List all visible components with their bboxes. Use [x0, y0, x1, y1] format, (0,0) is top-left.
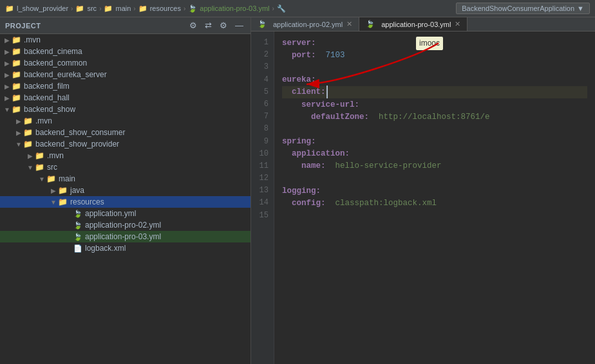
wrench-icon: 🔧 [277, 5, 286, 13]
code-token: client: [292, 86, 326, 98]
tree-item-mvn-root[interactable]: ▶ 📁 .mvn [0, 34, 250, 46]
tree-item-application-pro-02[interactable]: ▶ 🍃 application-pro-02.yml [0, 219, 250, 231]
code-token: defaultZone: [311, 111, 369, 123]
yaml-icon: 🍃 [188, 5, 197, 13]
folder-icon: 📁 [12, 70, 21, 79]
code-line-15 [282, 210, 587, 222]
breadcrumb-sep-1: › [71, 5, 73, 12]
tree-arrow: ▶ [14, 129, 23, 136]
code-token [326, 197, 335, 210]
breadcrumb-sep-4: › [184, 5, 185, 12]
breadcrumb-file-label: application-pro-03.yml [200, 5, 269, 12]
code-token: http://localhost:8761/e [379, 111, 490, 123]
settings-gear-icon[interactable]: ⚙ [187, 20, 199, 31]
run-configuration-dropdown[interactable]: BackendShowConsumerApplication ▼ [456, 3, 590, 14]
tree-item-show-mvn[interactable]: ▶ 📁 .mvn [0, 115, 250, 127]
code-token [326, 159, 335, 172]
tree-arrow-expanded: ▼ [37, 176, 46, 183]
gear-icon[interactable]: ⚙ [218, 20, 229, 31]
tree-item-backend-cinema[interactable]: ▶ 📁 backend_cinema [0, 46, 250, 57]
code-line-11: name: hello-service-provider [282, 160, 587, 172]
breadcrumb-src-label: src [87, 5, 97, 12]
tree-label: backend_show_provider [35, 140, 119, 149]
code-token [282, 86, 292, 98]
code-token: eureka: [282, 73, 316, 86]
editor-content: 1 2 3 4 5 6 7 8 9 10 11 12 13 14 15 serv… [251, 32, 595, 364]
code-line-6: service-url: [282, 98, 587, 111]
code-token: server: [282, 37, 316, 50]
tree-arrow-expanded: ▼ [26, 164, 35, 171]
tree-item-backend-show-provider[interactable]: ▼ 📁 backend_show_provider [0, 138, 250, 150]
code-token: service-url: [301, 98, 359, 111]
tree-arrow: ▶ [3, 37, 12, 44]
tree-arrow: ▶ [3, 48, 12, 55]
code-line-4: eureka: [282, 74, 587, 86]
tree-label: backend_film [24, 82, 70, 91]
cursor [326, 86, 333, 98]
code-token: hello-service-provider [335, 159, 442, 172]
scroll-icon[interactable]: ⇄ [203, 20, 214, 31]
tree-label: main [59, 174, 75, 183]
yaml-icon: 🍃 [73, 210, 82, 218]
tree-item-backend-show-consumer[interactable]: ▶ 📁 backend_show_consumer [0, 127, 250, 138]
breadcrumb-src: 📁 src [75, 5, 97, 13]
code-token [369, 111, 379, 123]
tree-item-backend-hall[interactable]: ▶ 📁 backend_hall [0, 92, 250, 104]
tree-arrow: ▶ [3, 83, 12, 90]
tree-item-java[interactable]: ▶ 📁 java [0, 185, 250, 196]
tree-label: application-pro-02.yml [85, 221, 161, 230]
tree-item-backend-film[interactable]: ▶ 📁 backend_film [0, 80, 250, 92]
tree-item-backend-show[interactable]: ▼ 📁 backend_show [0, 104, 250, 115]
tree-arrow-expanded: ▼ [49, 199, 58, 206]
tree-item-application-yml[interactable]: ▶ 🍃 application.yml [0, 208, 250, 219]
tree-item-resources[interactable]: ▼ 📁 resources [0, 196, 250, 208]
folder-icon: 📁 [58, 186, 68, 195]
tree-label: application-pro-03.yml [85, 232, 161, 241]
minimize-icon[interactable]: — [233, 20, 245, 31]
tree-arrow: ▶ [14, 118, 23, 125]
tree-item-main[interactable]: ▼ 📁 main [0, 173, 250, 185]
sidebar-title: Project [5, 22, 41, 30]
tree-item-application-pro-03[interactable]: ▶ 🍃 application-pro-03.yml [0, 231, 250, 242]
tab-close-1[interactable]: ✕ [346, 20, 352, 28]
tree-item-logback-xml[interactable]: ▶ 📄 logback.xml [0, 242, 250, 254]
breadcrumb-resources: 📁 resources [138, 5, 181, 13]
breadcrumb-root-label: l_show_provider [17, 5, 68, 12]
code-editor[interactable]: server: port: 7103 eureka: client: servi… [274, 32, 595, 364]
code-token [282, 98, 301, 111]
tab-yaml-icon: 🍃 [258, 20, 267, 28]
code-line-3 [282, 61, 587, 73]
code-line-1: server: [282, 37, 587, 49]
tab-application-pro-02[interactable]: 🍃 application-pro-02.yml ✕ [251, 17, 359, 31]
folder-icon: 📁 [12, 47, 21, 56]
tree-arrow: ▶ [3, 60, 12, 67]
code-line-10: application: [282, 148, 587, 160]
code-token [316, 49, 326, 62]
code-token: logging: [282, 185, 321, 197]
code-token [282, 159, 301, 172]
tab-close-2[interactable]: ✕ [455, 20, 460, 28]
code-line-7: defaultZone: http://localhost:8761/e [282, 111, 587, 123]
folder-icon: 📁 [12, 35, 21, 44]
code-token: spring: [282, 135, 316, 148]
breadcrumb-root: 📁 l_show_provider [5, 5, 68, 13]
tree-label: application.yml [85, 209, 136, 218]
tab-application-pro-03[interactable]: 🍃 application-pro-03.yml ✕ [359, 17, 468, 31]
code-line-9: spring: [282, 136, 587, 148]
tab-label-1: application-pro-02.yml [273, 21, 343, 28]
folder-icon-2: 📁 [75, 5, 84, 13]
tree-label: backend_show_consumer [35, 128, 125, 137]
tree-item-src[interactable]: ▼ 📁 src [0, 161, 250, 173]
tree-item-provider-mvn[interactable]: ▶ 📁 .mvn [0, 150, 250, 161]
folder-icon: 📁 [12, 82, 21, 91]
code-token [282, 49, 292, 62]
code-line-12 [282, 172, 587, 185]
code-line-8 [282, 123, 587, 135]
chevron-down-icon: ▼ [577, 5, 584, 12]
tree-item-backend-eureka[interactable]: ▶ 📁 backend_eureka_server [0, 69, 250, 80]
tree-arrow-expanded: ▼ [3, 106, 12, 113]
project-tree: ▶ 📁 .mvn ▶ 📁 backend_cinema ▶ 📁 backend_… [0, 34, 250, 364]
breadcrumb-sep-3: › [133, 5, 135, 12]
code-token [282, 111, 311, 123]
tree-item-backend-common[interactable]: ▶ 📁 backend_common [0, 57, 250, 69]
